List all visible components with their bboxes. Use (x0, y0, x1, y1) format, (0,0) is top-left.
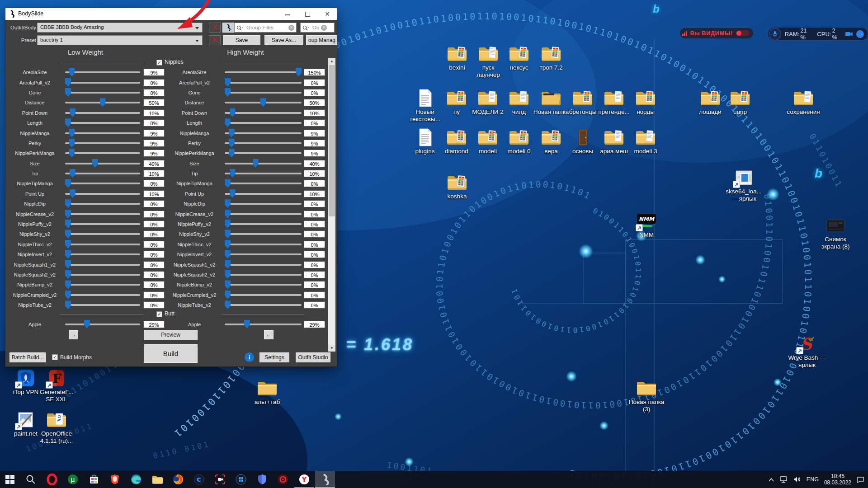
taskbar-edge-icon[interactable] (126, 471, 146, 488)
slider-value-low[interactable]: 0% (143, 251, 165, 258)
info-button[interactable]: i (245, 352, 254, 362)
taskbar-red-app-icon[interactable] (273, 471, 293, 488)
slider-value-high[interactable]: 40% (304, 160, 325, 167)
slider-value-low[interactable]: 0% (143, 271, 165, 278)
preview-button[interactable]: Preview (144, 330, 198, 340)
slider-thumb[interactable] (229, 139, 235, 147)
save-as-button[interactable]: Save As... (264, 35, 303, 45)
slider-value-high[interactable]: 0% (304, 261, 325, 268)
slider-thumb[interactable] (296, 68, 302, 76)
slider-track-low[interactable] (65, 112, 140, 114)
taskbar-win-app-icon[interactable] (231, 471, 251, 488)
scrollbar[interactable]: ▲ ▼ (328, 58, 335, 352)
delete-preset-button[interactable]: X (209, 35, 221, 45)
slider-track-high[interactable] (225, 294, 302, 296)
desktop-icon-nordy[interactable]: норды (624, 89, 667, 116)
taskbar-defender-icon[interactable] (252, 471, 272, 488)
taskbar-ccleaner-icon[interactable]: C (189, 471, 209, 488)
slider-track-high[interactable] (225, 233, 302, 235)
minimize-button[interactable] (281, 8, 294, 20)
slider-track-low[interactable] (65, 324, 140, 325)
slider-track-low[interactable] (65, 304, 140, 306)
taskbar-utorrent-icon[interactable]: µ (63, 471, 83, 488)
slider-track-low[interactable] (65, 213, 140, 215)
slider-thumb[interactable] (225, 118, 231, 127)
slider-track-low[interactable] (65, 244, 140, 245)
slider-track-high[interactable] (225, 223, 302, 225)
window-titlebar[interactable]: BodySlide ✕ (5, 8, 337, 20)
build-morphs-checkbox[interactable]: ✓ (52, 354, 58, 360)
slider-track-high[interactable] (225, 142, 302, 144)
visibility-toggle[interactable] (736, 30, 750, 36)
vpn-visibility-badge[interactable]: Вы ВИДИМЫ! (680, 28, 753, 38)
slider-track-low[interactable] (65, 203, 140, 205)
slider-thumb[interactable] (225, 230, 231, 238)
performance-overlay[interactable]: RAM:21 % CPU:2 % → (768, 27, 868, 41)
clear-search-icon[interactable]: ✕ (321, 25, 327, 31)
save-button[interactable]: Save (223, 35, 260, 45)
slider-thumb[interactable] (69, 68, 75, 76)
camera-icon[interactable] (845, 32, 853, 37)
slider-thumb[interactable] (69, 129, 75, 137)
taskbar-file-explorer-icon[interactable] (147, 471, 167, 488)
desktop-icon-snimok-ekrana[interactable]: Снимокэкрана (8) (814, 216, 857, 250)
taskbar-firefox-icon[interactable] (168, 471, 188, 488)
slider-value-low[interactable]: 9% (143, 140, 165, 147)
scroll-down-icon[interactable]: ▼ (328, 345, 335, 352)
slider-track-high[interactable] (225, 203, 302, 205)
preset-combo[interactable]: bacetriy 1 (37, 35, 203, 45)
outfit-studio-button[interactable]: Outfit Studio (296, 352, 330, 362)
slider-track-high[interactable] (225, 284, 302, 286)
slider-thumb[interactable] (225, 250, 231, 258)
slider-thumb[interactable] (65, 240, 71, 249)
slider-track-low[interactable] (65, 253, 140, 255)
desktop-icon-alt-tab[interactable]: альт+таб (245, 379, 289, 406)
slider-value-low[interactable]: 40% (143, 160, 165, 167)
slider-thumb[interactable] (253, 159, 259, 168)
slider-value-low[interactable]: 29% (143, 321, 165, 328)
slider-track-low[interactable] (65, 173, 140, 174)
slider-value-high[interactable]: 150% (304, 69, 325, 76)
slider-value-high[interactable]: 0% (304, 211, 325, 218)
slider-value-low[interactable]: 0% (143, 261, 165, 268)
taskbar-search-icon[interactable] (21, 471, 41, 488)
slider-track-high[interactable] (225, 304, 302, 306)
slider-thumb[interactable] (65, 260, 71, 269)
outfit-filter-search[interactable]: Ou ✕ (300, 23, 335, 33)
slider-track-high[interactable] (225, 324, 302, 325)
slider-track-low[interactable] (65, 152, 140, 154)
slider-value-high[interactable]: 10% (304, 190, 325, 197)
slider-thumb[interactable] (225, 280, 231, 289)
slider-thumb[interactable] (69, 139, 75, 147)
slider-thumb[interactable] (225, 179, 231, 188)
slider-track-high[interactable] (225, 193, 302, 195)
desktop-icon-skse64-loader[interactable]: skse64_loa...— ярлык (722, 168, 765, 202)
expand-arrow-icon[interactable]: → (856, 30, 864, 38)
taskbar-brave-icon[interactable] (105, 471, 125, 488)
slider-value-low[interactable]: 0% (143, 301, 165, 309)
slider-track-high[interactable] (225, 264, 302, 266)
slider-thumb[interactable] (225, 88, 231, 97)
slider-thumb[interactable] (65, 291, 71, 299)
desktop-icon-modeli-3[interactable]: modeli 3 (624, 128, 667, 155)
slider-value-low[interactable]: 9% (143, 69, 165, 76)
slider-track-low[interactable] (65, 82, 140, 84)
slider-value-high[interactable]: 0% (304, 200, 325, 207)
slider-thumb[interactable] (260, 98, 266, 107)
slider-value-high[interactable]: 10% (304, 170, 325, 177)
slider-value-low[interactable]: 10% (143, 190, 165, 197)
slider-value-high[interactable]: 9% (304, 150, 325, 157)
desktop-icon-sohraneniya[interactable]: сохранения (782, 89, 825, 116)
slider-value-high[interactable]: 0% (304, 241, 325, 248)
slider-value-low[interactable]: 0% (143, 89, 165, 96)
slider-value-high[interactable]: 0% (304, 119, 325, 127)
slider-thumb[interactable] (70, 169, 75, 178)
taskbar-game-capture-icon[interactable] (210, 471, 230, 488)
slider-track-low[interactable] (65, 132, 140, 134)
taskbar-bodyslide-icon[interactable] (315, 471, 335, 488)
slider-value-high[interactable]: 50% (304, 99, 325, 106)
slider-value-high[interactable]: 0% (304, 221, 325, 228)
slider-track-low[interactable] (65, 92, 140, 94)
slider-track-high[interactable] (225, 152, 302, 154)
slider-thumb[interactable] (65, 88, 71, 97)
